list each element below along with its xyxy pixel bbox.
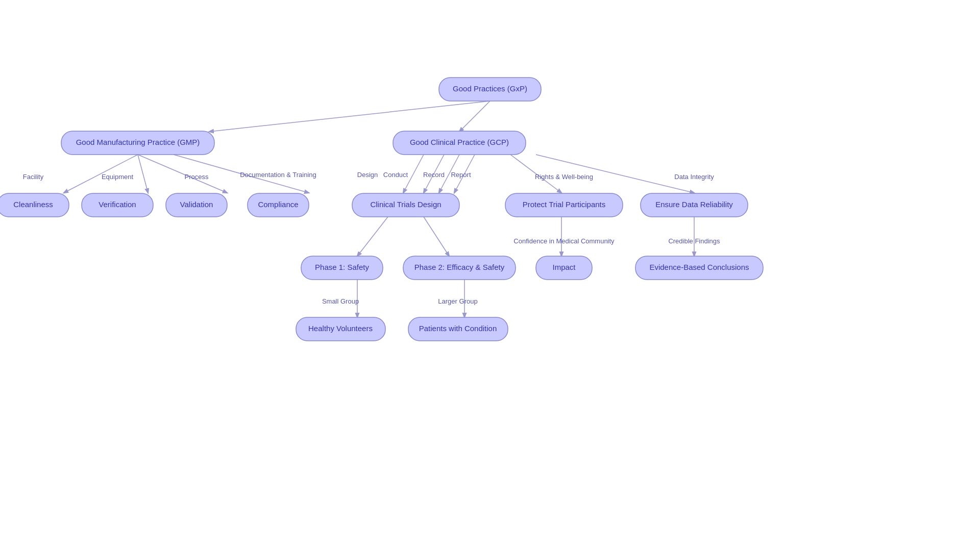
node-root-label: Good Practices (GxP) xyxy=(453,84,527,93)
node-gmp-label: Good Manufacturing Practice (GMP) xyxy=(76,138,200,146)
conn-clinical-phase2 xyxy=(424,217,449,256)
node-patients-label: Patients with Condition xyxy=(419,324,497,333)
label-credible: Credible Findings xyxy=(668,237,720,245)
node-evidence-label: Evidence-Based Conclusions xyxy=(649,263,749,271)
node-phase1-label: Phase 1: Safety xyxy=(315,263,369,271)
label-doctraining: Documentation & Training xyxy=(240,171,316,179)
node-clinical-label: Clinical Trials Design xyxy=(370,200,441,209)
node-compliance-label: Compliance xyxy=(258,200,298,209)
label-facility: Facility xyxy=(23,173,44,181)
label-process: Process xyxy=(185,173,209,181)
label-smallgroup: Small Group xyxy=(322,297,359,305)
node-validation-label: Validation xyxy=(180,200,213,209)
label-rights: Rights & Well-being xyxy=(535,173,593,181)
label-report: Report xyxy=(451,171,471,179)
node-healthy-label: Healthy Volunteers xyxy=(308,324,373,333)
node-protect-label: Protect Trial Participants xyxy=(523,200,606,209)
diagram-svg: Good Practices (GxP) Good Manufacturing … xyxy=(0,0,980,551)
label-conduct: Conduct xyxy=(383,171,408,179)
node-verification-label: Verification xyxy=(99,200,136,209)
node-ensure-label: Ensure Data Reliability xyxy=(655,200,733,209)
node-gcp-label: Good Clinical Practice (GCP) xyxy=(410,138,509,146)
node-phase2-label: Phase 2: Efficacy & Safety xyxy=(414,263,505,271)
label-largergroup: Larger Group xyxy=(438,297,477,305)
label-design: Design xyxy=(357,171,378,179)
conn-gmp-verification xyxy=(138,155,148,193)
node-cleanliness-label: Cleanliness xyxy=(13,200,53,209)
node-impact-label: Impact xyxy=(552,263,576,271)
conn-root-gmp xyxy=(209,101,490,132)
conn-clinical-phase1 xyxy=(357,217,388,256)
conn-gmp-validation xyxy=(138,155,227,193)
label-dataintegrity: Data Integrity xyxy=(674,173,714,181)
label-equipment: Equipment xyxy=(102,173,134,181)
label-record: Record xyxy=(423,171,445,179)
conn-root-gcp xyxy=(459,101,490,132)
label-confidence: Confidence in Medical Community xyxy=(513,237,615,245)
